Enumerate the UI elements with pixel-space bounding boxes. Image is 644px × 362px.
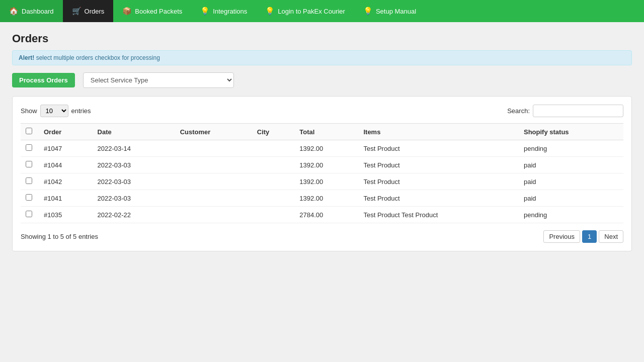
cell-order: #1042 (39, 173, 93, 190)
search-box: Search: (507, 105, 623, 117)
cell-status: paid (519, 190, 623, 207)
col-header-total: Total (294, 124, 358, 140)
entries-select[interactable]: 102550100 (40, 105, 68, 117)
search-input[interactable] (533, 105, 623, 117)
col-header-date: Date (93, 124, 175, 140)
row-check-cell (21, 157, 39, 173)
cell-total: 1392.00 (294, 173, 358, 190)
nav-label-login-pakex: Login to PakEx Courier (278, 8, 345, 15)
cell-total: 1392.00 (294, 140, 358, 157)
row-checkbox-0[interactable] (26, 144, 32, 151)
cell-items: Test Product (358, 140, 519, 157)
table-row: #1047 2022-03-14 1392.00 Test Product pe… (21, 140, 623, 157)
cell-items: Test Product (358, 190, 519, 207)
cell-customer (175, 207, 252, 223)
next-page-button[interactable]: Next (599, 230, 623, 243)
col-header-order: Order (39, 124, 93, 140)
select-all-checkbox[interactable] (26, 128, 32, 134)
cell-total: 1392.00 (294, 190, 358, 207)
nav-icon-orders: 🛒 (72, 7, 82, 16)
col-header-status: Shopify status (519, 124, 623, 140)
pagination-summary: Showing 1 to 5 of 5 entries (21, 233, 98, 240)
show-entries: Show 102550100 entries (21, 105, 91, 117)
main-nav: 🏠Dashboard🛒Orders📦Booked Packets💡Integra… (0, 0, 644, 22)
pagination-buttons: Previous 1 Next (543, 230, 623, 243)
row-check-cell (21, 173, 39, 190)
table-header-row: Order Date Customer City Total Items Sho… (21, 124, 623, 140)
search-label: Search: (507, 107, 530, 115)
row-check-cell (21, 190, 39, 207)
toolbar: Process Orders Select Service Type (12, 72, 632, 88)
nav-item-booked-packets[interactable]: 📦Booked Packets (113, 0, 191, 22)
nav-item-orders[interactable]: 🛒Orders (63, 0, 114, 22)
nav-label-orders: Orders (85, 8, 105, 15)
nav-icon-dashboard: 🏠 (9, 7, 19, 16)
process-orders-button[interactable]: Process Orders (12, 73, 75, 87)
nav-label-dashboard: Dashboard (22, 8, 54, 15)
row-check-cell (21, 207, 39, 223)
nav-item-integrations[interactable]: 💡Integrations (191, 0, 256, 22)
col-header-check (21, 124, 39, 140)
cell-date: 2022-03-03 (93, 173, 175, 190)
row-checkbox-1[interactable] (26, 161, 32, 167)
cell-city (252, 207, 295, 223)
cell-date: 2022-02-22 (93, 207, 175, 223)
col-header-customer: Customer (175, 124, 252, 140)
cell-items: Test Product (358, 157, 519, 173)
cell-customer (175, 173, 252, 190)
nav-icon-booked-packets: 📦 (122, 7, 132, 16)
cell-city (252, 173, 295, 190)
cell-date: 2022-03-14 (93, 140, 175, 157)
cell-status: pending (519, 207, 623, 223)
nav-label-setup-manual: Setup Manual (376, 8, 416, 15)
cell-order: #1047 (39, 140, 93, 157)
row-checkbox-3[interactable] (26, 194, 32, 201)
nav-icon-login-pakex: 💡 (265, 7, 275, 16)
cell-date: 2022-03-03 (93, 157, 175, 173)
orders-table: Order Date Customer City Total Items Sho… (21, 123, 623, 223)
table-body: #1047 2022-03-14 1392.00 Test Product pe… (21, 140, 623, 223)
page-1-button[interactable]: 1 (582, 230, 597, 243)
cell-status: pending (519, 140, 623, 157)
nav-item-dashboard[interactable]: 🏠Dashboard (0, 0, 63, 22)
row-checkbox-4[interactable] (26, 211, 32, 217)
table-row: #1042 2022-03-03 1392.00 Test Product pa… (21, 173, 623, 190)
orders-card: Show 102550100 entries Search: Order Dat… (12, 96, 632, 251)
prev-page-button[interactable]: Previous (543, 230, 580, 243)
nav-icon-setup-manual: 💡 (363, 7, 373, 16)
table-row: #1044 2022-03-03 1392.00 Test Product pa… (21, 157, 623, 173)
cell-customer (175, 157, 252, 173)
cell-status: paid (519, 173, 623, 190)
nav-item-login-pakex[interactable]: 💡Login to PakEx Courier (256, 0, 354, 22)
table-controls: Show 102550100 entries Search: (21, 105, 623, 117)
cell-status: paid (519, 157, 623, 173)
cell-city (252, 157, 295, 173)
nav-label-booked-packets: Booked Packets (135, 8, 182, 15)
cell-city (252, 190, 295, 207)
cell-total: 1392.00 (294, 157, 358, 173)
nav-icon-integrations: 💡 (200, 7, 210, 16)
table-row: #1041 2022-03-03 1392.00 Test Product pa… (21, 190, 623, 207)
cell-order: #1035 (39, 207, 93, 223)
cell-city (252, 140, 295, 157)
cell-items: Test Product (358, 173, 519, 190)
cell-order: #1044 (39, 157, 93, 173)
cell-items: Test Product Test Product (358, 207, 519, 223)
cell-order: #1041 (39, 190, 93, 207)
page-title: Orders (12, 32, 632, 45)
table-head: Order Date Customer City Total Items Sho… (21, 124, 623, 140)
alert-prefix: Alert! (19, 54, 34, 61)
row-check-cell (21, 140, 39, 157)
alert-message: select multiple orders checkbox for proc… (36, 54, 160, 61)
row-checkbox-2[interactable] (26, 177, 32, 184)
nav-label-integrations: Integrations (213, 8, 247, 15)
show-label: Show (21, 107, 37, 115)
entries-label: entries (71, 107, 91, 115)
service-type-select[interactable]: Select Service Type (83, 72, 234, 88)
nav-item-setup-manual[interactable]: 💡Setup Manual (354, 0, 425, 22)
cell-total: 2784.00 (294, 207, 358, 223)
cell-customer (175, 190, 252, 207)
cell-customer (175, 140, 252, 157)
alert-bar: Alert! select multiple orders checkbox f… (12, 50, 632, 65)
col-header-items: Items (358, 124, 519, 140)
